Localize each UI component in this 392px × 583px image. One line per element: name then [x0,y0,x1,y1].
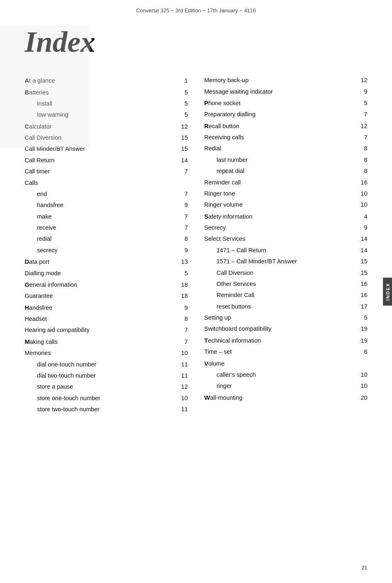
entry-label: redial [37,234,51,244]
entry-label: caller's speech [217,370,256,380]
entry-label: General information [25,279,77,290]
entry-number: 10 [359,381,367,391]
list-item: Headset8 [25,313,188,325]
entry-number: 15 [180,133,188,143]
entry-number: 0 [180,178,188,188]
list-item: Volume0 [204,358,367,369]
entry-number: 14 [180,155,188,166]
entry-number: 11 [180,371,188,381]
bold-letter: R [204,122,209,129]
entry-number: 20 [359,393,367,403]
list-item: Redial8 [204,143,367,154]
entry-number: 5 [180,268,188,279]
entry-label: Switchboard compatibility [204,324,272,334]
entry-label: Call Return [25,155,55,166]
entry-number: 4 [359,212,367,222]
entry-number: 16 [359,177,367,188]
list-item: Select Services14 [204,233,367,244]
entry-label: Headset [25,314,47,324]
list-item: dial one-touch number11 [25,359,188,370]
list-item: caller's speech10 [204,369,367,380]
list-item: Handsfree9 [25,302,188,313]
entry-label: handsfree [37,200,64,210]
entry-number: 14 [359,234,367,244]
entry-label: Ringer volume [204,200,243,210]
entry-label: repeat dial [217,166,244,176]
entry-number: 16 [359,290,367,300]
index-tab: INDEX [383,278,392,306]
entry-number: 12 [180,122,188,132]
list-item: Reminder Call16 [204,290,367,301]
list-item: reset buttons17 [204,301,367,312]
entry-number: 15 [359,256,367,267]
entry-label: Making calls [25,336,58,347]
entry-label: Call timer [25,166,50,177]
entry-label: store a pause [37,382,73,392]
list-item: ringer10 [204,380,367,392]
list-item: redial8 [25,233,188,244]
bold-letter: V [204,360,208,367]
entry-number: 15 [359,268,367,278]
entry-number: 5 [180,110,188,120]
entry-label: Dialling mode [25,268,61,279]
entry-label: Reminder Call [217,290,254,300]
entry-label: Select Services [204,234,245,244]
entry-label: Reminder call [204,177,241,188]
entry-label: Handsfree [25,302,52,313]
entry-number: 7 [359,109,367,120]
entry-number: 5 [180,88,188,98]
list-item: General information18 [25,279,188,290]
entry-label: Receiving calls [204,132,244,143]
entry-label: Guarantee [25,291,53,301]
list-item: Preparatory dialling7 [204,109,367,120]
entry-label: 1471 – Call Return [217,245,266,256]
entry-label: reset buttons [217,302,251,312]
page: Converse 325 ~ 3rd Edition ~ 17th Januar… [0,0,392,583]
list-item: Memory back-up12 [204,75,367,86]
entry-label: Volume [204,358,225,369]
list-item: Memories10 [25,348,188,359]
list-item: store a pause12 [25,381,188,392]
entry-label: receive [37,223,56,233]
list-item: Call Diversion15 [204,267,367,279]
entry-number: 10 [359,200,367,210]
list-item: Time – set6 [204,346,367,357]
entry-label: Wall-mounting [204,392,242,403]
list-item: store two-touch number11 [25,404,188,415]
entry-label: ringer [217,381,232,391]
list-item: make7 [25,211,188,222]
list-item: 1471 – Call Return14 [204,245,367,256]
entry-label: Hearing aid compatibility [25,325,90,335]
right-column: Memory back-up12Message waiting indicato… [204,75,367,415]
entry-label: Memory back-up [204,75,249,85]
entry-number: 14 [359,245,367,256]
entry-number: 12 [359,75,367,85]
entry-label: Calls [25,178,38,188]
entry-number: 7 [180,212,188,222]
entry-label: Technical information [204,335,261,346]
list-item: secrecy9 [25,245,188,256]
entry-number: 7 [359,132,367,143]
entry-number: 10 [359,370,367,380]
entry-label: Safety information [204,211,252,222]
entry-label: store two-touch number [37,404,99,415]
list-item: Recall button12 [204,120,367,132]
list-item: Safety information4 [204,211,367,222]
header-text: Converse 325 ~ 3rd Edition ~ 17th Januar… [136,7,256,14]
entry-label: Data port [25,256,49,267]
entry-label: store one-touch number [37,393,100,403]
list-item: Call timer7 [25,166,188,177]
decorative-bg [0,25,90,148]
bold-letter: S [204,213,208,220]
entry-number: 19 [359,336,367,346]
list-item: Ringer tone10 [204,188,367,199]
entry-number: 12 [180,382,188,392]
list-item: Hearing aid compatibility7 [25,325,188,336]
page-number: 21 [362,565,367,571]
entry-number: 7 [180,325,188,335]
entry-number: 7 [180,189,188,199]
entry-number: 9 [180,303,188,313]
bold-letter: M [25,338,30,345]
entry-number: 8 [180,314,188,324]
list-item: last number8 [204,154,367,166]
